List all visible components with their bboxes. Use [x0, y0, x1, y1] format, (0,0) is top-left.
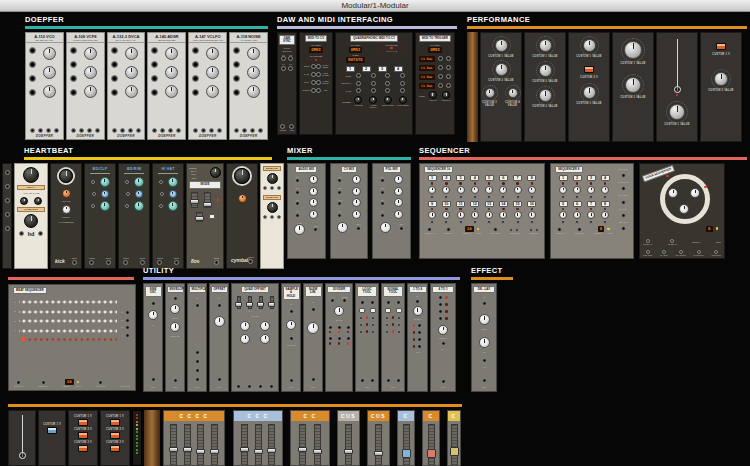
fader-handle[interactable] [298, 447, 307, 452]
jack-socket[interactable] [438, 309, 443, 314]
step-knob[interactable] [587, 211, 595, 219]
fader[interactable] [255, 424, 262, 466]
jack-socket[interactable] [29, 47, 36, 54]
jack-socket[interactable] [385, 330, 389, 334]
channel-display[interactable]: OMNI [349, 47, 363, 53]
knob[interactable] [668, 188, 678, 198]
knob[interactable] [84, 66, 97, 79]
fader[interactable] [345, 424, 352, 466]
jack-socket[interactable] [151, 75, 158, 82]
knob[interactable] [307, 322, 319, 334]
jack-socket[interactable] [91, 204, 95, 208]
jack-socket[interactable] [380, 213, 385, 218]
jack-socket[interactable] [621, 200, 626, 205]
jack-socket[interactable] [328, 336, 333, 341]
jack-socket[interactable] [575, 220, 579, 224]
fader[interactable] [211, 424, 218, 466]
knob[interactable] [539, 39, 552, 52]
jack-socket[interactable] [385, 81, 390, 86]
jack-socket[interactable] [111, 47, 118, 54]
knob[interactable] [165, 66, 178, 79]
knob[interactable] [84, 47, 97, 60]
knob[interactable] [508, 88, 518, 98]
jack-socket[interactable] [311, 377, 316, 382]
knob[interactable] [20, 197, 28, 205]
jack-socket[interactable] [386, 300, 391, 305]
jack-socket[interactable] [482, 378, 487, 383]
fader-handle[interactable] [344, 449, 353, 454]
jack-socket[interactable] [195, 377, 200, 382]
jack-socket[interactable] [72, 260, 77, 265]
jack-socket[interactable] [217, 377, 222, 382]
jack-socket[interactable] [589, 195, 593, 199]
jack-socket[interactable] [473, 220, 477, 224]
knob[interactable] [267, 173, 278, 184]
voice-button[interactable]: 3 [378, 66, 387, 72]
signal-button[interactable] [385, 308, 391, 313]
jack-socket[interactable] [337, 336, 342, 341]
knob[interactable] [165, 85, 178, 98]
jack-socket[interactable] [195, 303, 200, 308]
jack-socket[interactable] [359, 330, 363, 334]
decay-strip[interactable]: DECAY [17, 185, 45, 190]
jack-socket[interactable] [371, 81, 376, 86]
step-knob[interactable] [601, 211, 609, 219]
jack-socket[interactable] [270, 186, 274, 190]
jack-socket[interactable] [385, 88, 390, 93]
knob[interactable] [438, 325, 448, 335]
jack-socket[interactable] [459, 195, 463, 199]
jack-socket[interactable] [89, 260, 94, 265]
knob[interactable] [100, 177, 110, 187]
knob[interactable] [260, 321, 270, 331]
knob[interactable] [134, 177, 144, 187]
fader[interactable] [299, 424, 306, 466]
mini-fader[interactable] [248, 296, 252, 309]
knob[interactable] [125, 85, 138, 98]
jack-socket[interactable] [125, 318, 130, 323]
jack-socket[interactable] [441, 341, 446, 346]
rocker-switch[interactable] [78, 445, 88, 452]
jack-socket[interactable] [250, 128, 255, 133]
knob[interactable] [59, 169, 73, 183]
jack-socket[interactable] [151, 301, 156, 306]
jack-socket[interactable] [214, 260, 219, 265]
jack-socket[interactable] [396, 300, 401, 305]
led-indicator[interactable] [390, 47, 393, 50]
step-knob[interactable] [442, 211, 450, 219]
jack-socket[interactable] [446, 83, 451, 88]
fader[interactable] [170, 424, 177, 466]
step-knob[interactable] [485, 186, 493, 194]
jack-socket[interactable] [192, 47, 199, 54]
knob[interactable] [206, 66, 219, 79]
jack-socket[interactable] [603, 220, 607, 224]
knob[interactable] [539, 64, 552, 77]
led-indicator[interactable] [315, 59, 318, 62]
step-button[interactable]: 14 [499, 201, 508, 207]
jack-socket[interactable] [400, 88, 405, 93]
step-button[interactable]: 11 [456, 201, 465, 207]
jack-socket[interactable] [111, 75, 118, 82]
step-knob[interactable] [457, 186, 465, 194]
knob[interactable] [309, 198, 318, 207]
mode-button[interactable] [209, 214, 215, 219]
jack-socket[interactable] [217, 128, 222, 133]
jack-socket[interactable] [111, 89, 118, 96]
channel-display[interactable]: OMNI [309, 47, 323, 53]
knob[interactable] [479, 337, 490, 348]
jack-socket[interactable] [530, 195, 534, 199]
jack-socket[interactable] [128, 128, 133, 133]
knob[interactable] [43, 47, 56, 60]
step-knob[interactable] [471, 186, 479, 194]
fader-handle[interactable] [190, 199, 199, 204]
jack-socket[interactable] [120, 128, 125, 133]
knob[interactable] [309, 187, 318, 196]
step-knob[interactable] [428, 186, 436, 194]
knob[interactable] [168, 177, 178, 187]
knob[interactable] [165, 47, 178, 60]
step-knob[interactable] [442, 186, 450, 194]
jack-socket[interactable] [195, 350, 200, 355]
step-button[interactable]: 8 [601, 201, 610, 207]
jack-socket[interactable] [359, 316, 363, 320]
jack-socket[interactable] [29, 89, 36, 96]
jack-socket[interactable] [70, 61, 77, 68]
